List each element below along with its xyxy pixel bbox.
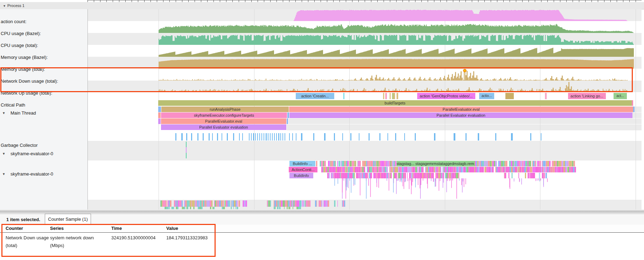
- track-label: Network Up usage (total):: [1, 90, 52, 96]
- track-label: CPU usage (total):: [1, 43, 38, 48]
- main-thread-span[interactable]: [158, 118, 161, 124]
- track-label: Garbage Collector: [1, 143, 38, 148]
- sidebar-track-main-thread[interactable]: ▾Main Thread: [0, 110, 86, 117]
- track-label: Main Thread: [10, 110, 36, 116]
- collapse-icon[interactable]: ▾: [3, 111, 5, 115]
- sidebar-track-net-up[interactable]: Network Up usage (total):: [0, 90, 86, 97]
- sidebar-track-mem-bazel[interactable]: Memory usage (Bazel):: [0, 55, 86, 61]
- col-header-value: Value: [166, 225, 178, 232]
- sidebar-track-mem-total[interactable]: Memory usage (total):: [0, 67, 86, 73]
- critical-path-span[interactable]: action 'GenObjcProtos video/...: [417, 93, 475, 99]
- panel-divider[interactable]: [0, 210, 644, 215]
- sidebar-track-skyframe-evaluator-0a[interactable]: ▾skyframe-evaluator-0: [0, 151, 86, 157]
- critical-path-span[interactable]: act...: [614, 93, 627, 99]
- critical-path-span[interactable]: [505, 93, 514, 99]
- sidebar-track-cpu-total[interactable]: CPU usage (total):: [0, 43, 86, 49]
- main-thread-span[interactable]: skyframeExecutor.configureTargets: [161, 112, 287, 118]
- main-thread-span[interactable]: [632, 100, 633, 106]
- sidebar-track-garbage-collector[interactable]: Garbage Collector: [0, 143, 86, 149]
- main-thread-span[interactable]: ParallelEvaluator.eval: [289, 107, 633, 112]
- critical-path-span[interactable]: [545, 93, 547, 99]
- cell-value: 184.1793113323983: [166, 234, 208, 242]
- sidebar-track-critical-path[interactable]: Critical Path: [0, 102, 86, 109]
- sidebar-track-cpu-bazel[interactable]: CPU usage (Bazel):: [0, 31, 86, 37]
- track-label: Network Down usage (total):: [1, 78, 58, 84]
- cell-time: 324190.51300000004: [111, 234, 156, 242]
- track-label: Memory usage (Bazel):: [1, 55, 48, 60]
- selection-count-label: 1 item selected.: [6, 214, 40, 225]
- cell-series: system network down (Mbps): [50, 234, 94, 249]
- track-label: Critical Path: [1, 102, 25, 108]
- main-thread-span[interactable]: Parallel Evaluator evaluation: [161, 124, 286, 130]
- track-label: CPU usage (Bazel):: [1, 31, 41, 36]
- track-label: Memory usage (total):: [1, 67, 45, 72]
- main-thread-span[interactable]: ParallelEvaluator.eval: [161, 118, 286, 124]
- critical-path-span[interactable]: action 'Creatin...: [296, 93, 334, 99]
- main-thread-span[interactable]: [287, 112, 289, 118]
- track-label: action count:: [1, 19, 27, 24]
- evaluator-span[interactable]: stagstag... stagagemrmstataggedmstagb.re…: [397, 161, 474, 166]
- bottom-tab-strip: [0, 214, 644, 225]
- sidebar-track-net-down[interactable]: Network Down usage (total):: [0, 78, 86, 85]
- collapse-icon[interactable]: ▾: [3, 151, 5, 156]
- track-label: skyframe-evaluator-0: [10, 171, 53, 177]
- col-header-series: Series: [50, 225, 64, 232]
- main-thread-span[interactable]: buildTargets: [158, 100, 632, 106]
- col-header-counter: Counter: [6, 225, 23, 232]
- evaluator-span[interactable]: BuildInfo: [289, 173, 313, 178]
- trace-viewer: ▾Process 1 action count:CPU usage (Bazel…: [0, 0, 644, 260]
- critical-path-span[interactable]: actio...: [479, 93, 494, 99]
- sidebar-track-skyframe-evaluator-0b[interactable]: ▾skyframe-evaluator-0: [0, 171, 86, 178]
- collapse-icon[interactable]: ▾: [3, 172, 5, 176]
- col-header-time: Time: [111, 225, 122, 232]
- main-thread-span[interactable]: [287, 118, 288, 124]
- track-label: skyframe-evaluator-0: [10, 151, 53, 156]
- table-header: Counter Series Time Value: [0, 225, 644, 233]
- tab-counter-sample[interactable]: Counter Sample (1): [45, 214, 91, 225]
- evaluator-span[interactable]: ActionConti...: [289, 167, 317, 172]
- evaluator-span[interactable]: BuildInfo ...: [289, 161, 315, 166]
- main-thread-span[interactable]: [633, 107, 635, 112]
- main-thread-span[interactable]: runAnalysisPhase: [161, 107, 289, 112]
- main-thread-span[interactable]: [158, 112, 161, 118]
- main-thread-span[interactable]: [158, 107, 161, 112]
- cell-counter: Network Down usage (total): [6, 234, 49, 249]
- sidebar-track-action-count[interactable]: action count:: [0, 19, 86, 25]
- critical-path-span[interactable]: action 'Linking go...: [568, 93, 606, 99]
- main-thread-span[interactable]: Parallel Evaluator evaluation: [289, 112, 632, 118]
